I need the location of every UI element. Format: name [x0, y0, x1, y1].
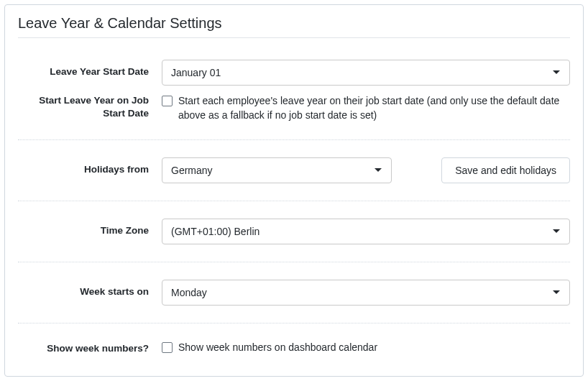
panel-title: Leave Year & Calendar Settings [18, 15, 570, 38]
row-show-week-numbers: Show week numbers? Show week numbers on … [18, 332, 570, 364]
select-week-starts[interactable]: Monday [162, 280, 570, 306]
label-week-starts: Week starts on [18, 280, 162, 298]
control-leave-year-start: January 01 [162, 60, 570, 86]
divider [18, 262, 570, 262]
label-time-zone: Time Zone [18, 219, 162, 237]
select-value: (GMT+01:00) Berlin [171, 226, 259, 237]
label-holidays-from: Holidays from [18, 157, 162, 176]
select-value: January 01 [171, 67, 221, 78]
row-week-starts: Week starts on Monday [18, 271, 570, 314]
caret-down-icon [374, 167, 382, 173]
select-holidays-from[interactable]: Germany [162, 157, 392, 183]
button-label: Save and edit holidays [455, 165, 556, 176]
checkbox-row-week-numbers: Show week numbers on dashboard calendar [162, 341, 377, 355]
control-show-week-numbers: Show week numbers on dashboard calendar [162, 341, 570, 355]
select-leave-year-start[interactable]: January 01 [162, 60, 570, 86]
label-job-start: Start Leave Year on Job Start Date [18, 94, 162, 119]
label-leave-year-start: Leave Year Start Date [18, 60, 162, 78]
select-time-zone[interactable]: (GMT+01:00) Berlin [162, 219, 570, 244]
divider [18, 139, 570, 140]
caret-down-icon [552, 229, 561, 234]
divider [18, 323, 570, 323]
save-edit-holidays-button[interactable]: Save and edit holidays [441, 157, 570, 183]
label-show-week-numbers: Show week numbers? [18, 341, 162, 355]
control-time-zone: (GMT+01:00) Berlin [162, 219, 570, 244]
row-job-start: Start Leave Year on Job Start Date Start… [18, 94, 570, 131]
row-time-zone: Time Zone (GMT+01:00) Berlin [18, 210, 570, 253]
select-value: Monday [171, 287, 207, 298]
checkbox-show-week-numbers[interactable] [162, 342, 173, 353]
row-holidays-from: Holidays from Germany Save and edit holi… [18, 149, 570, 192]
control-job-start: Start each employee's leave year on thei… [162, 94, 570, 122]
checkbox-text-job-start: Start each employee's leave year on thei… [178, 94, 570, 122]
checkbox-text-week-numbers: Show week numbers on dashboard calendar [178, 341, 377, 355]
control-week-starts: Monday [162, 280, 570, 306]
checkbox-job-start[interactable] [162, 96, 173, 106]
row-leave-year-start: Leave Year Start Date January 01 [18, 51, 570, 94]
checkbox-row-job-start: Start each employee's leave year on thei… [162, 94, 570, 122]
control-holidays-from: Germany Save and edit holidays [162, 157, 570, 183]
caret-down-icon [552, 70, 561, 75]
caret-down-icon [552, 290, 561, 295]
divider [18, 201, 570, 201]
settings-panel: Leave Year & Calendar Settings Leave Yea… [4, 4, 584, 377]
select-value: Germany [171, 165, 213, 176]
